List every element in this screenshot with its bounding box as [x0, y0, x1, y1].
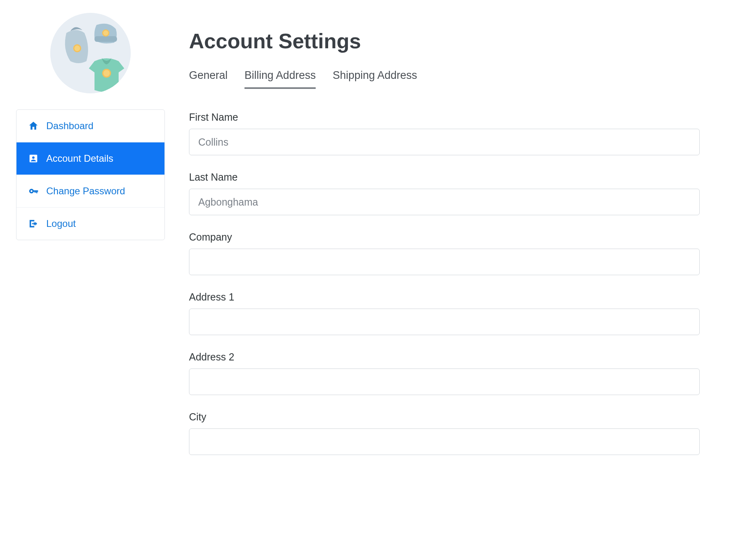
sidebar-nav: Dashboard Account Details Change Passwor… [16, 109, 165, 240]
tabs: General Billing Address Shipping Address [189, 69, 700, 89]
sidebar-item-label: Change Password [46, 185, 125, 197]
tab-shipping-address[interactable]: Shipping Address [333, 69, 417, 89]
city-field[interactable] [189, 428, 700, 455]
sidebar-item-dashboard[interactable]: Dashboard [16, 110, 164, 142]
form-group-last-name: Last Name [189, 171, 700, 215]
key-icon [28, 185, 39, 197]
address-1-field[interactable] [189, 309, 700, 335]
main-content: Account Settings General Billing Address… [189, 13, 700, 471]
form-group-company: Company [189, 231, 700, 275]
svg-rect-14 [35, 190, 36, 193]
avatar [50, 13, 131, 93]
city-label: City [189, 411, 700, 423]
svg-rect-3 [94, 36, 117, 42]
account-icon [28, 153, 39, 164]
sidebar-item-label: Logout [46, 218, 76, 229]
address-2-label: Address 2 [189, 351, 700, 363]
svg-point-9 [32, 156, 35, 159]
avatar-illustration [50, 13, 131, 93]
last-name-label: Last Name [189, 171, 700, 183]
sidebar-item-label: Dashboard [46, 120, 93, 132]
svg-rect-13 [36, 190, 37, 193]
sidebar-item-account-details[interactable]: Account Details [16, 142, 164, 175]
svg-point-2 [74, 45, 80, 51]
sidebar: Dashboard Account Details Change Passwor… [16, 13, 165, 471]
svg-point-7 [103, 70, 110, 76]
address-2-field[interactable] [189, 369, 700, 395]
tab-general[interactable]: General [189, 69, 228, 89]
logout-icon [28, 218, 39, 229]
billing-address-form: First Name Last Name Company Address 1 A… [189, 111, 700, 455]
svg-point-11 [31, 190, 33, 192]
tab-billing-address[interactable]: Billing Address [244, 69, 316, 89]
first-name-label: First Name [189, 111, 700, 123]
svg-point-5 [103, 31, 109, 36]
company-field[interactable] [189, 249, 700, 275]
form-group-city: City [189, 411, 700, 455]
form-group-first-name: First Name [189, 111, 700, 155]
address-1-label: Address 1 [189, 291, 700, 303]
sidebar-item-logout[interactable]: Logout [16, 208, 164, 240]
sidebar-item-change-password[interactable]: Change Password [16, 175, 164, 208]
form-group-address-2: Address 2 [189, 351, 700, 395]
home-icon [28, 120, 39, 132]
page-title: Account Settings [189, 29, 700, 53]
sidebar-item-label: Account Details [46, 153, 113, 164]
form-group-address-1: Address 1 [189, 291, 700, 335]
company-label: Company [189, 231, 700, 243]
first-name-field[interactable] [189, 129, 700, 155]
last-name-field[interactable] [189, 189, 700, 215]
